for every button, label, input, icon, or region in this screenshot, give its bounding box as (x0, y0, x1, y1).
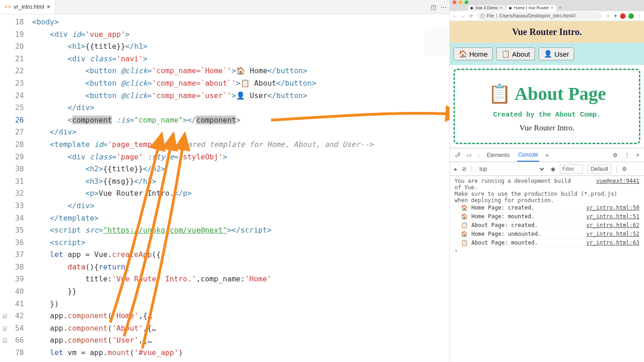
nav-button-user[interactable]: 👤User (539, 47, 574, 60)
devtools-close-icon[interactable]: × (636, 152, 639, 158)
line-gutter: 1819202122232425262728293031323334353637… (0, 14, 32, 362)
more-icon[interactable]: ⋯ (441, 4, 447, 11)
console-log[interactable]: vue@next:9441You are running a developme… (450, 176, 644, 362)
tab-elements[interactable]: Elements (486, 149, 511, 161)
card-icon: 📋 (488, 83, 511, 104)
reload-icon[interactable]: ⟳ (469, 13, 473, 18)
extension-badge-red[interactable] (620, 13, 626, 19)
nav-button-home[interactable]: 🏠Home (454, 47, 493, 60)
address-bar: ← → ⟳ ⓘ File | /Users/haowu/Desktop/vr_i… (450, 11, 644, 21)
device-icon[interactable]: ▭ (466, 152, 472, 158)
kebab-icon[interactable]: ⋮ (624, 152, 630, 158)
card-body: Vue Router Intro. (460, 123, 634, 133)
console-toolbar: ▸ ⊘ | top ◉ Default | ⚙ (450, 162, 644, 176)
back-icon[interactable]: ← (453, 13, 457, 18)
extensions-icon[interactable]: ✦ (614, 13, 617, 18)
console-row[interactable]: 🏠 Home Page: created.vr_intro.html:50 (454, 204, 639, 212)
console-row[interactable]: 🏠 Home Page: unmounted.vr_intro.html:52 (454, 230, 639, 239)
card-subtitle: Created by the About Comp. (460, 111, 634, 119)
about-card: 📋 About Page Created by the About Comp. … (454, 69, 640, 144)
devtools-tabbar: ⮰ ▭ | Elements Console » ⚙ ⋮ × (450, 148, 644, 162)
close-tab-icon[interactable]: × (47, 4, 50, 10)
tab-console[interactable]: Console (517, 149, 539, 162)
page-nav: 🏠Home📋About👤User (450, 43, 644, 65)
more-tabs-icon[interactable]: » (546, 152, 549, 158)
editor-toolbar: ◫ ⋯ (431, 0, 447, 14)
clear-icon[interactable]: ⊘ (462, 166, 466, 172)
console-row[interactable]: 📋 About Page: created.vr_intro.html:62 (454, 221, 639, 230)
url-box[interactable]: ⓘ File | /Users/haowu/Desktop/vr_intro.h… (477, 12, 602, 20)
split-editor-icon[interactable]: ◫ (431, 4, 436, 11)
browser-tab[interactable]: ◆Home | Vue Router× (506, 5, 556, 11)
editor-body[interactable]: 1819202122232425262728293031323334353637… (0, 14, 449, 362)
new-tab-button[interactable]: + (557, 6, 563, 10)
editor-pane: <> vr_intro.html × ◫ ⋯ 18192021222324252… (0, 0, 450, 362)
url-path: /Users/haowu/Desktop/vr_intro.html#/ (499, 13, 576, 18)
console-row[interactable]: 📋 About Page: mounted.vr_intro.html:63 (454, 239, 639, 247)
card-title: 📋 About Page (460, 83, 634, 105)
editor-tab[interactable]: <> vr_intro.html × (0, 0, 55, 14)
devtools: ⮰ ▭ | Elements Console » ⚙ ⋮ × ▸ ⊘ | top… (450, 148, 644, 362)
page-banner: Vue Router Intro. (450, 21, 644, 43)
filter-input[interactable] (560, 164, 583, 174)
eye-icon[interactable]: ◉ (551, 166, 555, 172)
window-zoom-icon[interactable] (465, 0, 468, 4)
window-controls (450, 0, 644, 5)
browser-tabbar: ◆Vue 3 Demo×◆Home | Vue Router×+ (450, 5, 644, 11)
level-select[interactable]: Default (587, 164, 611, 174)
console-settings-icon[interactable]: ⚙ (622, 166, 627, 172)
rendered-page: Vue Router Intro. 🏠Home📋About👤User 📋 Abo… (450, 21, 644, 148)
extension-badge-green[interactable] (628, 13, 634, 19)
url-scheme: File (487, 13, 494, 18)
forward-icon[interactable]: → (461, 13, 466, 18)
play-icon[interactable]: ▸ (454, 166, 457, 172)
minimap[interactable] (425, 29, 448, 57)
html-file-icon: <> (5, 4, 11, 10)
console-row[interactable]: 🏠 Home Page: mounted.vr_intro.html:51 (454, 212, 639, 221)
scheme-icon: ⓘ (480, 13, 485, 19)
editor-tabbar: <> vr_intro.html × ◫ ⋯ (0, 0, 449, 14)
inspect-icon[interactable]: ⮰ (454, 152, 460, 158)
window-close-icon[interactable] (453, 0, 456, 4)
page-content: 📋 About Page Created by the About Comp. … (450, 65, 644, 148)
window-minimize-icon[interactable] (459, 0, 462, 4)
settings-icon[interactable]: ⚙ (613, 152, 618, 158)
browser-pane: ◆Vue 3 Demo×◆Home | Vue Router×+ ← → ⟳ ⓘ… (450, 0, 644, 362)
editor-tab-filename: vr_intro.html (14, 4, 44, 10)
browser-tab[interactable]: ◆Vue 3 Demo× (467, 5, 505, 11)
star-icon[interactable]: ☆ (606, 13, 610, 18)
nav-button-about[interactable]: 📋About (496, 47, 535, 60)
code-area[interactable]: <body> <div id='vue_app'> <h1>{{title}}<… (32, 14, 449, 362)
context-select[interactable]: top (477, 164, 546, 174)
menu-icon[interactable]: ⋮ (637, 13, 641, 18)
extensions: ✦ ⋮ (614, 13, 641, 19)
